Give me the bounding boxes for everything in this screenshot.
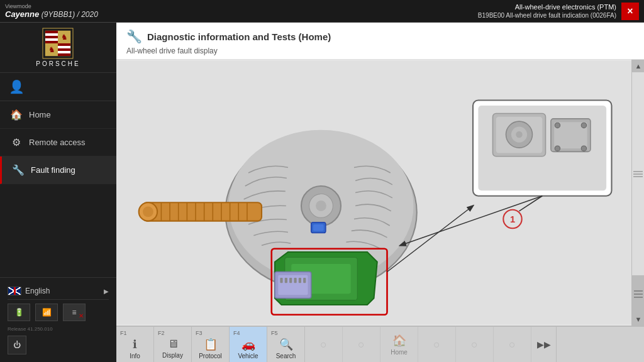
- svg-point-69: [555, 146, 560, 151]
- f11-button: ○: [494, 327, 531, 362]
- vehicle-button[interactable]: F4 🚗 Vehicle: [230, 327, 267, 362]
- search-button[interactable]: F5 🔍 Search: [267, 327, 305, 362]
- page-title: Diagnostic information and Tests (Home): [147, 31, 331, 42]
- sidebar: ♞ ♞ PORSCHE 👤: [0, 23, 116, 362]
- content-header: 🔧 Diagnostic information and Tests (Home…: [116, 23, 644, 60]
- vehicle-icon: 🚗: [242, 337, 255, 351]
- f3-label: F3: [196, 330, 203, 336]
- power-icon: ⏻: [13, 341, 21, 349]
- content-subtitle: All-wheel drive fault display: [126, 47, 634, 55]
- chevron-right-icon: ▶: [104, 288, 109, 295]
- f10-button: ○: [456, 327, 494, 362]
- menu-icon: ≡: [72, 308, 76, 317]
- porsche-logo: ♞ ♞ PORSCHE: [36, 28, 80, 67]
- delete-icon-btn[interactable]: ≡ ✕: [63, 304, 86, 321]
- module-title: All-wheel-drive electronics (PTM): [478, 3, 616, 11]
- svg-text:♞: ♞: [61, 33, 68, 41]
- f5-label: F5: [271, 330, 278, 336]
- svg-rect-52: [299, 278, 301, 283]
- sidebar-icon-row: 🔋 📶 ≡ ✕: [8, 299, 109, 325]
- language-selector[interactable]: English ▶: [8, 283, 109, 299]
- svg-rect-50: [289, 278, 292, 283]
- battery-icon-btn[interactable]: 🔋: [8, 304, 30, 321]
- close-small-icon: ✕: [79, 312, 84, 319]
- f7-button: ○: [343, 327, 380, 362]
- user-icon: 👤: [9, 79, 25, 94]
- svg-rect-10: [45, 41, 58, 43]
- protocol-icon: 📋: [204, 337, 218, 351]
- protocol-label: Protocol: [199, 353, 222, 359]
- search-icon: 🔍: [279, 337, 293, 351]
- f1-label: F1: [120, 330, 127, 336]
- scroll-thumb: [633, 171, 643, 177]
- sidebar-item-fault-finding[interactable]: 🔧 Fault finding: [0, 156, 116, 184]
- right-side-panel: [632, 275, 644, 313]
- svg-rect-53: [303, 278, 306, 283]
- sidebar-footer: English ▶ 🔋 📶 ≡ ✕ Release 41.250.010: [0, 277, 116, 362]
- fault-finding-label: Fault finding: [31, 165, 75, 175]
- wifi-icon-btn[interactable]: 📶: [35, 304, 58, 321]
- vehicle-label: Vehicle: [238, 353, 258, 359]
- f9-button: ○: [418, 327, 456, 362]
- content-title-row: 🔧 Diagnostic information and Tests (Home…: [126, 29, 634, 44]
- svg-rect-18: [58, 48, 70, 51]
- svg-point-64: [516, 131, 523, 138]
- svg-rect-8: [45, 36, 58, 38]
- home-bottom-icon: 🏠: [392, 334, 406, 348]
- power-button[interactable]: ⏻: [8, 336, 26, 354]
- svg-rect-48: [280, 278, 282, 283]
- battery-icon: 🔋: [14, 308, 24, 317]
- porsche-crest-icon: ♞ ♞: [42, 28, 74, 59]
- display-button[interactable]: F2 🖥 Display: [154, 327, 192, 362]
- content-wrapper: 🔧 Diagnostic information and Tests (Home…: [116, 23, 644, 362]
- svg-point-68: [581, 123, 586, 128]
- top-bar: Viewmode Cayenne (9YBBB1) / 2020 All-whe…: [0, 0, 644, 23]
- svg-point-26: [316, 200, 326, 211]
- svg-point-67: [555, 123, 560, 128]
- svg-rect-51: [294, 278, 296, 283]
- svg-rect-9: [45, 38, 58, 41]
- info-label: Info: [130, 353, 140, 359]
- svg-text:1: 1: [510, 214, 515, 224]
- protocol-button[interactable]: F3 📋 Protocol: [192, 327, 230, 362]
- f6-button: ○: [305, 327, 343, 362]
- top-bar-right: All-wheel-drive electronics (PTM) B19BE0…: [478, 3, 639, 20]
- viewmode-label: Viewmode: [5, 3, 98, 9]
- scroll-down-button[interactable]: ▼: [632, 313, 644, 326]
- svg-rect-27: [143, 202, 262, 221]
- module-title-block: All-wheel-drive electronics (PTM) B19BE0…: [478, 3, 616, 19]
- sidebar-item-remote-access[interactable]: ⚙ Remote access: [0, 129, 116, 156]
- svg-rect-19: [58, 51, 70, 53]
- bottom-toolbar: F1 ℹ Info F2 🖥 Display F3 📋 Protocol F4 …: [116, 326, 644, 362]
- porsche-wordmark: PORSCHE: [36, 60, 80, 67]
- home-icon: 🏠: [10, 109, 23, 121]
- scroll-track[interactable]: [632, 72, 644, 275]
- scroll-up-button[interactable]: ▲: [632, 60, 644, 72]
- sidebar-nav: 🏠 Home ⚙ Remote access 🔧 Fault finding: [0, 101, 116, 277]
- svg-text:♞: ♞: [48, 45, 55, 54]
- svg-rect-20: [58, 53, 70, 56]
- home-label: Home: [29, 110, 51, 119]
- info-icon: ℹ: [133, 337, 137, 351]
- next-button[interactable]: ▶▶: [531, 327, 557, 362]
- f4-label: F4: [233, 330, 240, 336]
- search-label: Search: [276, 353, 296, 359]
- svg-point-41: [143, 207, 153, 217]
- sidebar-item-home[interactable]: 🏠 Home: [0, 101, 116, 129]
- wifi-icon: 📶: [42, 308, 52, 317]
- display-icon: 🖥: [167, 337, 179, 351]
- close-button[interactable]: ×: [621, 3, 639, 20]
- main-layout: ♞ ♞ PORSCHE 👤: [0, 23, 644, 362]
- vehicle-info: Viewmode Cayenne (9YBBB1) / 2020: [5, 3, 98, 19]
- svg-rect-6: [45, 31, 58, 33]
- sidebar-logo: ♞ ♞ PORSCHE: [0, 23, 116, 73]
- svg-rect-17: [58, 46, 70, 48]
- display-label: Display: [162, 352, 183, 359]
- next-icon: ▶▶: [537, 339, 551, 349]
- vehicle-name: Cayenne (9YBBB1) / 2020: [5, 9, 98, 19]
- home-bottom-button[interactable]: 🏠 Home: [380, 327, 418, 362]
- content-body-row: 1 ▲: [116, 60, 644, 326]
- svg-rect-43: [313, 224, 324, 231]
- info-button[interactable]: F1 ℹ Info: [116, 327, 154, 362]
- diagnostic-icon: 🔧: [126, 29, 142, 44]
